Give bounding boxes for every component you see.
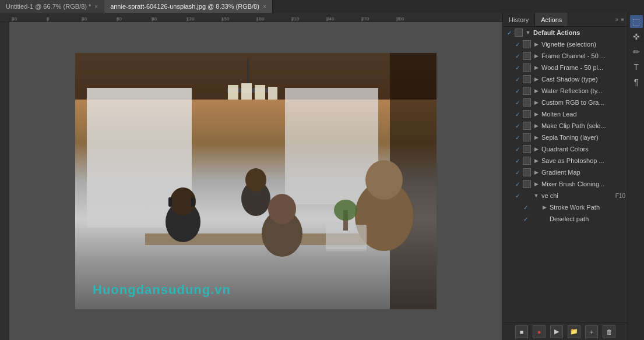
ruler-mark-0: 30 [12, 16, 47, 22]
action-ve-chi[interactable]: ✓ ▼ ve chi F10 [503, 190, 628, 201]
cast-shadow-icon [523, 75, 531, 83]
tab-untitled-label: Untitled-1 @ 66.7% (RGB/8) * [6, 3, 91, 10]
tab-actions[interactable]: Actions [535, 13, 568, 26]
delete-action-button[interactable]: 🗑 [603, 325, 615, 338]
ruler-left-mark-4 [0, 127, 9, 150]
gradient-map-icon [523, 168, 531, 176]
ruler-mark-9: 240 [326, 16, 361, 22]
vignette-arrow: ▶ [532, 41, 540, 47]
tool-move[interactable]: ✜ [630, 30, 643, 43]
mixer-brush-arrow: ▶ [532, 181, 540, 187]
ruler-mark-3: 60 [117, 16, 152, 22]
stop-button[interactable]: ■ [515, 325, 528, 338]
ruler-left-marks [0, 22, 9, 197]
default-actions-arrow: ▼ [524, 30, 532, 36]
wood-frame-icon [523, 63, 531, 72]
tab-annie[interactable]: annie-spratt-604126-unsplash.jpg @ 8.33%… [104, 0, 273, 13]
save-photoshop-check: ✓ [513, 158, 522, 164]
play-button[interactable]: ▶ [550, 325, 563, 338]
vignette-check: ✓ [513, 41, 522, 48]
watermark-part2: sudung [161, 282, 210, 297]
svg-rect-9 [255, 85, 265, 100]
action-gradient-map[interactable]: ✓ ▶ Gradient Map [503, 167, 628, 178]
right-toolbox: ⬚ ✜ ✏ T ¶ [628, 13, 644, 340]
action-stroke-work-path[interactable]: ✓ ▶ Stroke Work Path [503, 201, 628, 213]
canvas-section: 30 0 30 60 90 120 150 180 210 240 270 30… [0, 13, 502, 340]
canvas-image: Huongdansudung.vn [75, 53, 437, 309]
svg-rect-15 [191, 197, 195, 207]
gradient-map-label: Gradient Map [541, 169, 625, 176]
mixer-brush-check: ✓ [513, 181, 522, 187]
quadrant-colors-icon [523, 145, 531, 153]
action-deselect-path[interactable]: ✓ Deselect path [503, 213, 628, 225]
tool-paragraph[interactable]: ¶ [630, 76, 643, 88]
action-vignette[interactable]: ✓ ▶ Vignette (selection) [503, 38, 628, 50]
tool-brush[interactable]: ✏ [630, 45, 643, 58]
tool-select[interactable]: ⬚ [630, 15, 643, 28]
sepia-toning-arrow: ▶ [532, 134, 540, 140]
main-area: 30 0 30 60 90 120 150 180 210 240 270 30… [0, 13, 644, 340]
tool-text[interactable]: T [630, 61, 643, 73]
expand-icon[interactable]: » [615, 16, 619, 23]
ve-chi-shortcut: F10 [615, 193, 625, 199]
tab-untitled-close[interactable]: × [94, 3, 98, 10]
svg-rect-24 [326, 249, 367, 252]
vignette-icon [523, 40, 531, 48]
custom-rgb-arrow: ▶ [532, 100, 540, 105]
svg-rect-14 [168, 197, 172, 207]
deselect-path-label: Deselect path [550, 215, 625, 222]
action-frame-channel[interactable]: ✓ ▶ Frame Channel - 50 ... [503, 50, 628, 62]
cast-shadow-arrow: ▶ [532, 76, 540, 82]
save-photoshop-arrow: ▶ [532, 158, 540, 164]
action-sepia-toning[interactable]: ✓ ▶ Sepia Toning (layer) [503, 132, 628, 143]
sepia-toning-check: ✓ [513, 134, 522, 141]
default-actions-icon [515, 29, 523, 37]
molten-lead-arrow: ▶ [532, 111, 540, 117]
water-reflection-label: Water Reflection (ty... [541, 87, 625, 94]
ruler-mark-6: 150 [221, 16, 256, 22]
move-icon: ✜ [633, 32, 640, 41]
action-make-clip-path[interactable]: ✓ ▶ Make Clip Path (sele... [503, 120, 628, 132]
new-action-button[interactable]: + [585, 325, 598, 338]
actions-list[interactable]: ✓ ▼ Default Actions ✓ ▶ Vignette (select… [503, 27, 628, 323]
ruler-left [0, 22, 9, 340]
frame-channel-arrow: ▶ [532, 53, 540, 59]
cast-shadow-check: ✓ [513, 76, 522, 83]
ruler-mark-1: 0 [47, 16, 82, 22]
panel-tab-icons: » ≡ [615, 16, 628, 23]
panel-bottom: ■ ● ▶ 📁 + 🗑 [503, 323, 628, 340]
molten-lead-check: ✓ [513, 111, 522, 118]
action-save-photoshop[interactable]: ✓ ▶ Save as Photoshop ... [503, 155, 628, 167]
wood-frame-arrow: ▶ [532, 65, 540, 70]
wood-frame-check: ✓ [513, 65, 522, 71]
action-molten-lead[interactable]: ✓ ▶ Molten Lead [503, 108, 628, 120]
tab-annie-close[interactable]: × [263, 3, 266, 10]
action-wood-frame[interactable]: ✓ ▶ Wood Frame - 50 pi... [503, 62, 628, 73]
tab-history[interactable]: History [503, 13, 535, 26]
custom-rgb-check: ✓ [513, 100, 522, 106]
quadrant-colors-label: Quadrant Colors [541, 146, 625, 153]
tab-history-label: History [509, 16, 529, 23]
record-button[interactable]: ● [533, 325, 546, 338]
action-quadrant-colors[interactable]: ✓ ▶ Quadrant Colors [503, 143, 628, 155]
action-water-reflection[interactable]: ✓ ▶ Water Reflection (ty... [503, 85, 628, 97]
cast-shadow-label: Cast Shadow (type) [541, 76, 625, 83]
quadrant-colors-check: ✓ [513, 146, 522, 153]
menu-icon[interactable]: ≡ [621, 16, 624, 23]
make-clip-path-label: Make Clip Path (sele... [541, 122, 625, 129]
tab-untitled[interactable]: Untitled-1 @ 66.7% (RGB/8) * × [0, 0, 104, 13]
svg-point-19 [268, 194, 296, 224]
panel-tabs: History Actions » ≡ [503, 13, 628, 27]
ruler-left-mark-1 [0, 57, 9, 80]
custom-rgb-label: Custom RGB to Gra... [541, 99, 625, 106]
default-actions-label: Default Actions [533, 29, 625, 36]
action-mixer-brush[interactable]: ✓ ▶ Mixer Brush Cloning... [503, 178, 628, 190]
save-photoshop-label: Save as Photoshop ... [541, 157, 625, 164]
frame-channel-icon [523, 52, 531, 60]
sepia-toning-icon [523, 133, 531, 141]
watermark: Huongdansudung.vn [93, 282, 231, 298]
default-actions-group[interactable]: ✓ ▼ Default Actions [503, 27, 628, 38]
folder-button[interactable]: 📁 [568, 325, 580, 338]
action-custom-rgb[interactable]: ✓ ▶ Custom RGB to Gra... [503, 97, 628, 108]
action-cast-shadow[interactable]: ✓ ▶ Cast Shadow (type) [503, 73, 628, 85]
